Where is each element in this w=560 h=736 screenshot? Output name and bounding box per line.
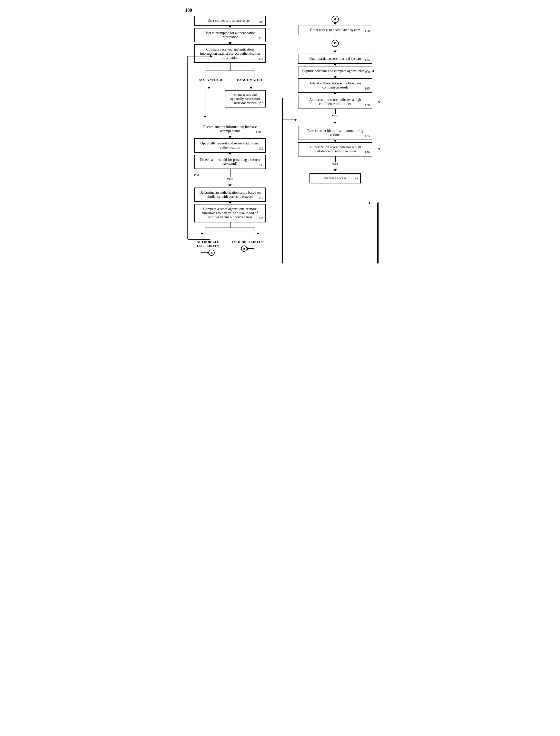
no-180-label: NO [378, 147, 380, 151]
authorized-user-likely-label: AUTHORIZED USER LIKELY [197, 240, 219, 248]
box-115: Compare received authentication informat… [194, 44, 266, 63]
box-160: Capture behavior and compare against pro… [298, 66, 372, 76]
arrow-a-top-150 [334, 23, 337, 24]
no-170-label: NO [378, 100, 380, 104]
box-110: User is prompted for authentication info… [194, 28, 266, 42]
arrow-110-115 [228, 42, 232, 43]
box-145: Compare a score against one or more thre… [194, 204, 266, 222]
no-135-label: NO [194, 173, 199, 177]
yes-170-label: YES [332, 114, 338, 118]
box-170-wrapper: Authorization score indicates a high con… [298, 95, 372, 109]
circle-b-bottom: B [208, 249, 215, 256]
box-135: Exceed a threshold for providing a corre… [194, 155, 266, 169]
circle-b-right: B [332, 40, 339, 47]
page-label: 100 [185, 8, 375, 13]
box-175: Take intruder identification/monitoring … [298, 126, 372, 140]
yes-135-label: YES [227, 177, 233, 181]
box-120: Grant access and optionally record/store… [225, 90, 266, 107]
exact-match-label: EXACT MATCH [237, 78, 262, 82]
box-170: Authorization score indicates a high con… [298, 95, 372, 109]
circle-a-top: A [332, 16, 339, 23]
box-140: Determine an authorization score based o… [194, 187, 266, 202]
arrow-165-170 [334, 93, 337, 94]
box-105: User connects to secure system 105 [194, 16, 266, 26]
arrow-not-match [207, 83, 211, 89]
yes-180-label: YES [332, 162, 338, 166]
box-132: Optionally request and receive additiona… [194, 138, 266, 153]
not-a-match-label: NOT A MATCH [198, 78, 223, 82]
circle-a-bottom: A [241, 245, 247, 252]
arrow-140-145 [228, 202, 232, 203]
arrow-132-135 [228, 153, 232, 154]
box-185: Increase access 185 [309, 173, 361, 183]
arrow-exact-match [249, 83, 253, 89]
arrow-160-165 [334, 76, 337, 77]
arrow-105-110 [228, 26, 232, 27]
arrow-175-180 [334, 140, 337, 141]
box-180: Authorization score indicates a high con… [298, 142, 372, 156]
arrow-155-160 [334, 64, 337, 65]
box-130: Record attempt information; increase att… [197, 122, 263, 136]
box-155: Grant partial access to a real system 15… [298, 54, 372, 64]
intruder-likely-label: INTRUDER LIKELY [232, 240, 263, 244]
arrow-130-132 [228, 136, 232, 137]
box-180-wrapper: Authorization score indicates a high con… [298, 142, 372, 156]
box-150: Grant access to a simulated system 150 [298, 25, 372, 35]
box-165: Adjust authorization score based on comp… [298, 78, 372, 93]
